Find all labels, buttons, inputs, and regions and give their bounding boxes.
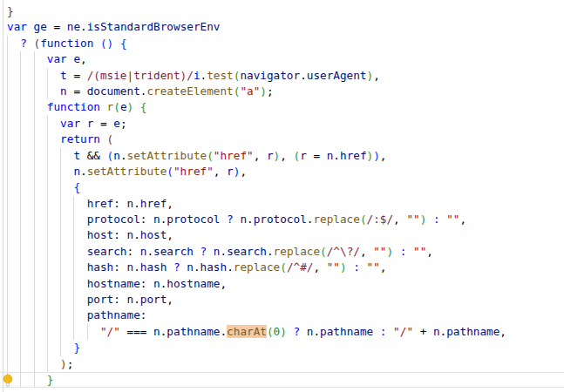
code-line[interactable]: function r(e) { [0, 99, 564, 115]
code-token: : [433, 213, 440, 226]
code-line[interactable]: hash: n.hash ? n.hash.replace(/^#/, "") … [0, 260, 564, 275]
indent-guide [73, 260, 74, 275]
code-token: createElement [146, 84, 233, 98]
code-line[interactable]: "/" === n.pathname.charAt(0) ? n.pathnam… [0, 324, 564, 340]
code-line[interactable]: var r = e; [0, 116, 564, 132]
code-token: isStandardBrowserEnv [87, 20, 221, 33]
code-text: var r = e; [7, 117, 127, 130]
code-token: , [313, 260, 326, 274]
code-line[interactable]: return ( [0, 132, 564, 147]
indent-guide [20, 340, 21, 355]
code-line[interactable]: n = document.createElement("a"); [0, 84, 564, 99]
indent-guide [60, 340, 61, 355]
code-token: , [393, 213, 406, 226]
code-editor: }var ge = ne.isStandardBrowserEnv ? (fun… [0, 0, 564, 392]
indent-guide [20, 244, 21, 260]
code-token: , [254, 149, 267, 162]
code-text: port: n.port, [7, 293, 173, 306]
code-token: ; [267, 84, 274, 98]
code-line[interactable]: hostname: n.hostname, [0, 276, 564, 292]
code-token: = [67, 69, 87, 82]
code-line[interactable]: protocol: n.protocol ? n.protocol.replac… [0, 212, 564, 227]
code-token: r [227, 165, 234, 178]
code-token: /:$/ [367, 213, 394, 226]
code-line[interactable]: host: n.host, [0, 227, 564, 243]
code-token: "href" [214, 149, 254, 162]
code-line[interactable]: } [0, 3, 564, 19]
code-token: port [140, 293, 167, 306]
code-token [100, 132, 107, 145]
indent-guide [60, 179, 61, 195]
indent-guide [60, 292, 61, 308]
indent-guide [47, 244, 48, 260]
code-token [287, 325, 294, 338]
code-line[interactable]: ? (function () { [0, 36, 564, 51]
code-line[interactable]: } [0, 372, 564, 388]
code-text: href: n.href, [7, 197, 173, 210]
indent-guide [47, 212, 48, 227]
indent-guide [47, 356, 48, 372]
code-token: : [140, 277, 153, 290]
code-token: : [140, 308, 147, 321]
indent-guide [7, 260, 8, 275]
code-token: "" [373, 245, 386, 258]
code-token: n [187, 260, 194, 274]
code-token: ? [227, 213, 234, 226]
code-token: href [340, 149, 367, 162]
code-token: pathname [87, 308, 140, 321]
code-line[interactable]: search: n.search ? n.search.replace(/^\?… [0, 244, 564, 260]
code-line[interactable]: pathname: [0, 308, 564, 323]
lightbulb-icon[interactable] [2, 374, 14, 388]
code-line[interactable]: t = /(msie|trident)/i.test(navigator.use… [0, 68, 564, 84]
code-token: . [247, 213, 254, 226]
code-text: pathname: [7, 308, 146, 321]
indent-guide [7, 36, 8, 51]
code-line[interactable]: } [0, 340, 564, 355]
indent-guide [47, 116, 48, 132]
code-token: n [73, 165, 80, 178]
code-token: pathname [166, 325, 220, 338]
indent-guide [47, 132, 48, 147]
code-line[interactable]: var e, [0, 51, 564, 67]
indent-guide [73, 244, 74, 260]
code-token: . [220, 245, 227, 258]
code-token: ) [373, 149, 380, 162]
code-token: r [300, 149, 307, 162]
code-token: e [73, 52, 80, 65]
code-line[interactable]: ); [0, 356, 564, 372]
code-line[interactable]: href: n.href, [0, 196, 564, 212]
code-line[interactable]: var ge = ne.isStandardBrowserEnv [0, 19, 564, 35]
indent-guide [7, 116, 8, 132]
code-token: : [353, 260, 360, 274]
indent-guide [20, 212, 21, 227]
code-text: ? (function () { [7, 37, 127, 50]
indent-guide [7, 179, 8, 195]
indent-guide [7, 356, 8, 372]
code-token: host [87, 228, 114, 241]
code-token: + [413, 325, 433, 338]
code-token: , [373, 69, 380, 82]
code-line[interactable]: port: n.port, [0, 292, 564, 308]
indent-guide [7, 84, 8, 99]
indent-guide [7, 244, 8, 260]
code-line[interactable]: n.setAttribute("href", r), [0, 164, 564, 179]
indent-guide [7, 324, 8, 340]
code-text: t = /(msie|trident)/i.test(navigator.use… [7, 69, 380, 82]
code-token: e [113, 117, 120, 130]
code-token: , [214, 165, 227, 178]
code-line[interactable]: t && (n.setAttribute("href", r), (r = n.… [0, 148, 564, 164]
code-token: "" [406, 213, 419, 226]
code-text: protocol: n.protocol ? n.protocol.replac… [7, 213, 466, 226]
code-token: pathname [446, 325, 499, 338]
code-token [27, 37, 34, 50]
code-line[interactable]: { [0, 179, 564, 195]
code-token: hostname [87, 277, 140, 290]
code-token: search [87, 245, 127, 258]
indent-guide [34, 132, 35, 147]
code-token: : [113, 197, 126, 210]
indent-guide [47, 164, 48, 179]
code-token [194, 245, 200, 258]
code-token: n [127, 293, 134, 306]
code-token: === [120, 325, 153, 338]
code-text: n.setAttribute("href", r), [7, 165, 247, 178]
